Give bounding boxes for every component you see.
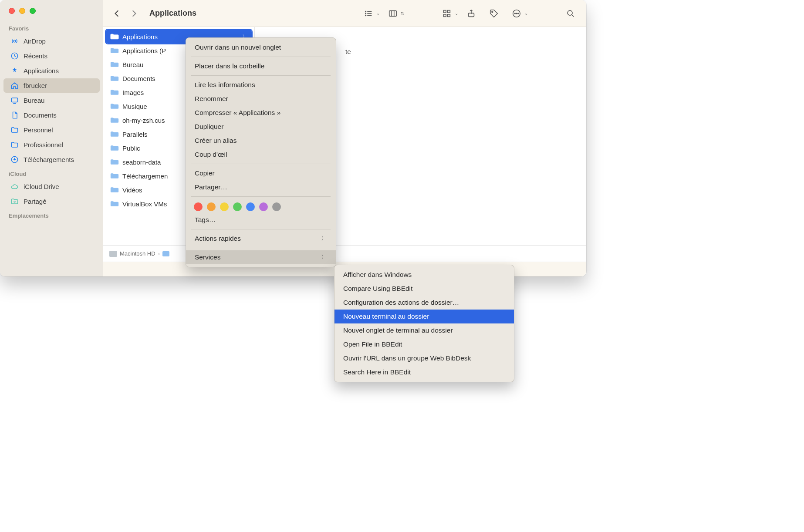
window-title: Applications bbox=[149, 9, 196, 18]
menu-item-label: Open File in BBEdit bbox=[343, 340, 402, 348]
sidebar-item-label: Bureau bbox=[24, 97, 44, 104]
actions-button[interactable] bbox=[507, 5, 526, 22]
menu-item-copy[interactable]: Copier bbox=[186, 166, 336, 180]
menu-item-label: Search Here in BBEdit bbox=[343, 368, 411, 376]
menu-item-label: Renommer bbox=[195, 95, 228, 103]
menu-separator bbox=[191, 229, 331, 229]
menu-item-label: Coup d'œil bbox=[195, 151, 227, 158]
view-list-button[interactable] bbox=[359, 5, 378, 22]
submenu-item[interactable]: Configuration des actions de dossier… bbox=[334, 296, 514, 310]
sidebar-item-icloud-drive[interactable]: iCloud Drive bbox=[3, 179, 100, 194]
tag-red[interactable] bbox=[194, 202, 203, 211]
svg-point-18 bbox=[518, 13, 519, 14]
sidebar-item-airdrop[interactable]: AirDrop bbox=[3, 34, 100, 48]
tag-gray[interactable] bbox=[272, 202, 281, 211]
menu-tag-row bbox=[186, 199, 336, 213]
svg-rect-11 bbox=[444, 14, 446, 17]
folder-icon bbox=[10, 125, 19, 135]
sidebar-item-recents[interactable]: Récents bbox=[3, 49, 100, 63]
folder-icon bbox=[110, 103, 119, 110]
sidebar-item-partage[interactable]: Partagé bbox=[3, 194, 100, 209]
chevron-down-icon: ⌄ bbox=[376, 11, 380, 16]
submenu-item[interactable]: Afficher dans Windows bbox=[334, 268, 514, 282]
folder-icon bbox=[110, 33, 119, 40]
download-icon bbox=[10, 155, 19, 165]
list-item-label: Téléchargemen bbox=[122, 172, 168, 180]
sidebar-item-label: Applications bbox=[24, 67, 59, 74]
submenu-item[interactable]: Ouvrir l'URL dans un groupe Web BibDesk bbox=[334, 351, 514, 365]
submenu-item[interactable]: Open File in BBEdit bbox=[334, 337, 514, 351]
menu-item-trash[interactable]: Placer dans la corbeille bbox=[186, 59, 336, 73]
view-columns-button[interactable] bbox=[383, 5, 402, 22]
chevron-down-icon: ⌄ bbox=[524, 11, 528, 16]
forward-button[interactable] bbox=[127, 7, 142, 20]
menu-separator bbox=[191, 164, 331, 164]
sidebar-item-bureau[interactable]: Bureau bbox=[3, 93, 100, 108]
menu-item-quick-actions[interactable]: Actions rapides 〉 bbox=[186, 232, 336, 246]
list-item-label: Documents bbox=[122, 75, 155, 82]
menu-item-label: Compare Using BBEdit bbox=[343, 285, 412, 293]
folder-icon bbox=[162, 251, 169, 256]
close-window-button[interactable] bbox=[9, 8, 15, 14]
tag-purple[interactable] bbox=[259, 202, 268, 211]
nav-arrows bbox=[109, 7, 142, 20]
sidebar-item-personnel[interactable]: Personnel bbox=[3, 123, 100, 137]
menu-item-label: Placer dans la corbeille bbox=[195, 62, 264, 70]
submenu-item-new-terminal[interactable]: Nouveau terminal au dossier bbox=[334, 310, 514, 323]
svg-point-14 bbox=[492, 11, 493, 12]
sidebar-item-label: iCloud Drive bbox=[24, 183, 59, 190]
menu-item-label: Lire les informations bbox=[195, 81, 255, 89]
chevron-updown-icon: ⇅ bbox=[401, 11, 404, 16]
sidebar-item-label: AirDrop bbox=[24, 37, 46, 45]
submenu-item[interactable]: Search Here in BBEdit bbox=[334, 365, 514, 379]
menu-item-duplicate[interactable]: Dupliquer bbox=[186, 120, 336, 134]
list-item-label: Vidéos bbox=[122, 186, 142, 194]
window-traffic-lights bbox=[0, 4, 103, 22]
menu-item-open-new-tab[interactable]: Ouvrir dans un nouvel onglet bbox=[186, 40, 336, 54]
submenu-item[interactable]: Nouvel onglet de terminal au dossier bbox=[334, 323, 514, 337]
menu-item-getinfo[interactable]: Lire les informations bbox=[186, 78, 336, 92]
sidebar-item-applications[interactable]: Applications bbox=[3, 64, 100, 78]
menu-item-compress[interactable]: Compresser « Applications » bbox=[186, 106, 336, 120]
zoom-window-button[interactable] bbox=[30, 8, 36, 14]
search-button[interactable] bbox=[561, 5, 580, 22]
tag-yellow[interactable] bbox=[220, 202, 229, 211]
home-icon bbox=[10, 81, 19, 91]
path-crumb[interactable]: Macintosh HD bbox=[120, 250, 155, 257]
sidebar-item-label: Documents bbox=[24, 111, 57, 119]
sidebar-item-documents[interactable]: Documents bbox=[3, 108, 100, 122]
minimize-window-button[interactable] bbox=[19, 8, 25, 14]
chevron-down-icon: ⌄ bbox=[455, 11, 458, 16]
share-button[interactable] bbox=[462, 5, 481, 22]
tag-blue[interactable] bbox=[246, 202, 255, 211]
tags-button[interactable] bbox=[484, 5, 503, 22]
svg-point-6 bbox=[365, 13, 366, 14]
folder-icon bbox=[10, 140, 19, 150]
path-bar[interactable]: Macintosh HD › bbox=[103, 245, 586, 262]
sidebar-item-fbrucker[interactable]: fbrucker bbox=[3, 78, 100, 93]
menu-item-share[interactable]: Partager… bbox=[186, 180, 336, 194]
menu-item-alias[interactable]: Créer un alias bbox=[186, 134, 336, 148]
list-item-label: Applications bbox=[122, 33, 158, 40]
chevron-right-icon: 〉 bbox=[321, 235, 327, 242]
tag-green[interactable] bbox=[233, 202, 242, 211]
menu-item-services[interactable]: Services 〉 bbox=[186, 250, 336, 264]
tag-orange[interactable] bbox=[207, 202, 216, 211]
menu-item-quicklook[interactable]: Coup d'œil bbox=[186, 148, 336, 162]
sidebar-item-label: Professionnel bbox=[24, 141, 63, 148]
group-by-button[interactable] bbox=[437, 5, 456, 22]
menu-item-label: Compresser « Applications » bbox=[195, 109, 280, 117]
list-item-label: Parallels bbox=[122, 131, 148, 138]
applications-icon bbox=[10, 66, 19, 76]
menu-item-tags[interactable]: Tags… bbox=[186, 213, 336, 227]
sidebar-item-professionnel[interactable]: Professionnel bbox=[3, 138, 100, 152]
submenu-item[interactable]: Compare Using BBEdit bbox=[334, 282, 514, 296]
sidebar-item-telechargements[interactable]: Téléchargements bbox=[3, 152, 100, 167]
back-button[interactable] bbox=[109, 7, 124, 20]
services-submenu[interactable]: Afficher dans Windows Compare Using BBEd… bbox=[334, 265, 514, 382]
menu-item-rename[interactable]: Renommer bbox=[186, 92, 336, 106]
sidebar-section-emplacements: Emplacements bbox=[0, 209, 103, 221]
context-menu[interactable]: Ouvrir dans un nouvel onglet Placer dans… bbox=[186, 37, 336, 267]
folder-icon bbox=[110, 145, 119, 152]
svg-rect-12 bbox=[448, 14, 450, 17]
